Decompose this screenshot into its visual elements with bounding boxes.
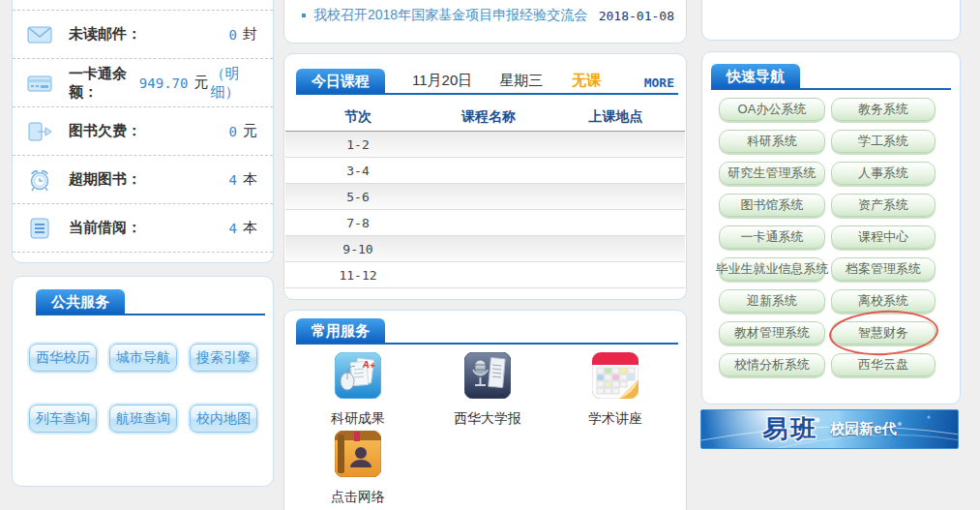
stats-panel: 未读邮件： 0 封 一卡通余额： 949.70 元 （明细） [12,0,274,263]
stat-row-current-borrow: 当前借阅： 4 本 [13,203,273,252]
period-cell: 5-6 [285,190,431,204]
course-table-header: 节次 课程名称 上课地点 [285,104,685,132]
stat-label: 未读邮件： [69,25,141,44]
public-services-tab: 公共服务 [36,289,125,314]
quick-nav-header: 快速导航 [711,64,951,90]
public-services-header: 公共服务 [36,289,265,315]
period-cell: 11-12 [285,268,431,283]
stat-value: 949.70 [139,75,189,91]
course-row: 1-2 [285,132,685,158]
service-research[interactable]: A+ 科研成果 [308,352,408,428]
quick-nav-button-yanjiusheng[interactable]: 研究生管理系统 [719,162,825,185]
stat-label: 当前借阅： [69,219,141,237]
service-newspaper[interactable]: 西华大学报 [437,352,538,428]
stat-label: 图书欠费： [69,122,141,140]
stat-value: 4 [229,221,237,236]
service-label: 西华大学报 [437,410,538,428]
public-service-button-train[interactable]: 列车查询 [29,405,97,433]
service-label: 点击网络 [308,489,408,506]
card-icon [26,72,53,95]
quick-nav-button-jiaocai[interactable]: 教材管理系统 [719,321,825,345]
quick-nav-button-yunpan[interactable]: 西华云盘 [831,353,935,376]
stat-row-unread-mail: 未读邮件： 0 封 [13,10,273,58]
common-services-panel: 常用服务 A+ 科研成果 [283,310,687,510]
newspaper-icon [464,352,511,399]
common-services-header: 常用服务 [296,318,678,345]
course-status: 无课 [572,72,601,93]
service-network[interactable]: 点击网络 [308,431,408,506]
stat-unit: 元 [243,122,257,140]
news-link[interactable]: 我校召开2018年国家基金项目申报经验交流会 [313,7,587,24]
quick-nav-button-renshi[interactable]: 人事系统 [831,162,935,185]
public-service-button-campusmap[interactable]: 校内地图 [190,405,257,433]
card-detail-link[interactable]: （明细） [210,65,257,102]
lecture-icon [592,352,638,399]
news-item: 我校召开2018年国家基金项目申报经验交流会 2018-01-08 [302,7,674,24]
quick-nav-button-dangan[interactable]: 档案管理系统 [831,257,935,281]
banner-slogan-text: 校园新e代 [830,420,896,438]
stat-label: 超期图书： [69,170,141,189]
stat-unit: 本 [243,170,257,189]
quick-nav-button-xiaoqing[interactable]: 校情分析系统 [719,353,825,376]
period-cell: 1-2 [285,137,431,152]
course-weekday: 星期三 [499,72,543,93]
quick-nav-button-keyan[interactable]: 科研系统 [719,130,825,153]
public-service-button-flight[interactable]: 航班查询 [109,405,177,433]
quick-nav-button-tushuguan[interactable]: 图书馆系统 [719,194,825,217]
stat-value: 0 [229,27,237,43]
period-cell: 3-4 [285,164,431,178]
public-service-button-citynav[interactable]: 城市导航 [109,344,177,372]
column-header-location: 上课地点 [547,108,685,126]
quick-nav-button-yikatong[interactable]: 一卡通系统 [719,225,825,249]
quick-nav-button-xuegong[interactable]: 学工系统 [831,130,935,153]
column-header-name: 课程名称 [431,108,547,126]
public-service-button-calendar[interactable]: 西华校历 [29,344,97,372]
quick-nav-panel: 快速导航 OA办公系统 教务系统 科研系统 学工系统 研究生管理系统 人事系统 … [701,51,961,405]
quick-nav-button-jiuye[interactable]: 毕业生就业信息系统 [719,257,825,281]
service-lecture[interactable]: 学术讲座 [565,352,666,428]
course-row: 3-4 [285,158,685,184]
bullet-icon [302,14,306,17]
book-fee-icon [26,120,53,143]
document-icon [26,217,53,240]
course-row: 5-6 [285,184,685,210]
stat-unit: 封 [243,25,257,44]
public-service-button-search[interactable]: 搜索引擎 [190,344,257,372]
course-row: 11-12 [285,262,685,288]
quick-nav-button-lixiao[interactable]: 离校系统 [831,289,935,313]
alarm-icon [26,168,53,192]
course-date: 11月20日 [412,72,472,93]
quick-nav-button-yingxin[interactable]: 迎新系统 [719,289,825,313]
quick-nav-button-jiaowu[interactable]: 教务系统 [831,98,935,121]
stat-value: 0 [229,124,237,139]
quick-nav-button-kecheng[interactable]: 课程中心 [831,225,935,249]
stat-value: 4 [229,172,237,188]
mail-icon [26,23,53,46]
public-services-panel: 公共服务 西华校历 城市导航 搜索引擎 列车查询 航班查询 校内地图 [12,276,274,487]
stat-row-book-fee: 图书欠费： 0 元 [13,106,273,155]
stat-row-card-balance: 一卡通余额： 949.70 元 （明细） [13,58,273,106]
stat-row-overdue-books: 超期图书： 4 本 [13,155,273,203]
news-panel: 我校召开2018年国家基金项目申报经验交流会 2018-01-08 [283,0,687,44]
stat-unit: 本 [243,219,257,237]
svg-text:A+: A+ [362,359,376,372]
yiban-banner[interactable]: 易班 校园新e代 [700,409,959,449]
quick-nav-button-zichan[interactable]: 资产系统 [831,194,935,217]
course-table: 节次 课程名称 上课地点 1-2 3-4 5-6 7-8 [285,104,685,288]
service-label: 科研成果 [308,410,408,428]
period-cell: 9-10 [285,242,431,256]
today-courses-tab: 今日课程 [296,69,385,93]
common-services-tab: 常用服务 [296,318,385,343]
research-icon: A+ [335,352,381,399]
course-row: 9-10 [285,236,685,262]
contacts-icon [335,431,381,477]
stat-unit: 元 [193,74,208,92]
divider [13,252,273,253]
today-courses-panel: 今日课程 11月20日 星期三 无课 MORE 节次 课程名称 上课地点 1-2… [283,53,687,300]
more-link[interactable]: MORE [644,75,678,93]
today-courses-header: 今日课程 11月20日 星期三 无课 MORE [296,69,678,95]
quick-nav-button-oa[interactable]: OA办公系统 [719,98,825,121]
portal-page: 未读邮件： 0 封 一卡通余额： 949.70 元 （明细） [0,0,980,510]
stat-label: 一卡通余额： [69,65,139,102]
news-date: 2018-01-08 [599,9,674,23]
